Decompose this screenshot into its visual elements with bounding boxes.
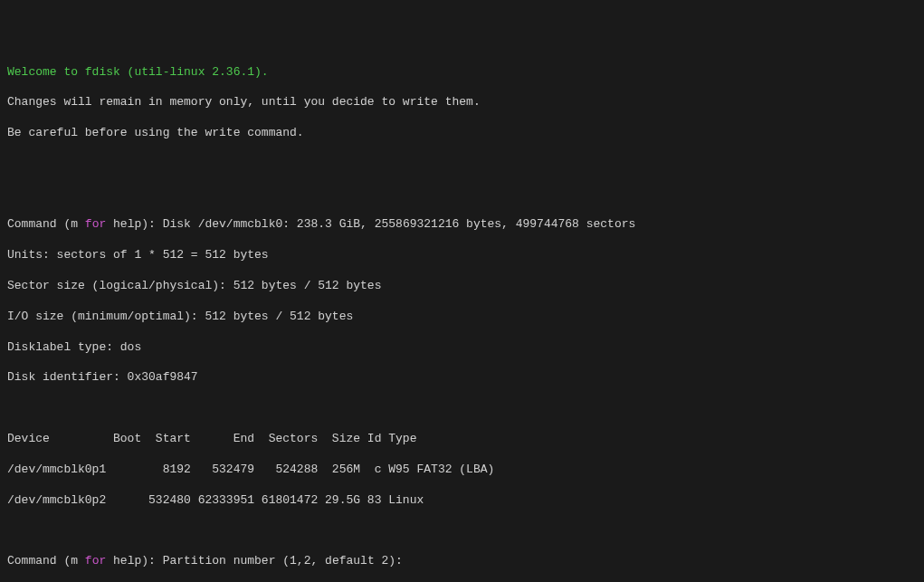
cmd-prefix: Command (m [7, 554, 85, 568]
partition-table-header: Device Boot Start End Sectors Size Id Ty… [7, 432, 917, 447]
cmd-prefix: Command (m [7, 217, 85, 231]
disklabel-line: Disklabel type: dos [7, 340, 917, 356]
command-line-1: Command (m for help): Disk /dev/mmcblk0:… [7, 217, 917, 233]
blank [7, 401, 917, 416]
blank [7, 187, 917, 203]
blank [7, 157, 917, 172]
units-line: Units: sectors of 1 * 512 = 512 bytes [7, 248, 917, 263]
warning-line-2: Be careful before using the write comman… [7, 126, 917, 141]
sector-size-line: Sector size (logical/physical): 512 byte… [7, 279, 917, 294]
partition-row-2: /dev/mmcblk0p2 532480 62333951 61801472 … [7, 493, 917, 509]
for-keyword: for [85, 554, 106, 568]
cmd-suffix: help): Disk /dev/mmcblk0: 238.3 GiB, 255… [106, 217, 635, 231]
blank [7, 523, 917, 539]
command-line-2: Command (m for help): Partition number (… [7, 554, 917, 569]
io-size-line: I/O size (minimum/optimal): 512 bytes / … [7, 310, 917, 325]
diskid-line: Disk identifier: 0x30af9847 [7, 370, 917, 386]
for-keyword: for [85, 217, 106, 231]
partition-row-1: /dev/mmcblk0p1 8192 532479 524288 256M c… [7, 463, 917, 478]
cmd-suffix: help): Partition number (1,2, default 2)… [106, 554, 409, 568]
welcome-line: Welcome to fdisk (util-linux 2.36.1). [7, 65, 917, 81]
warning-line-1: Changes will remain in memory only, unti… [7, 95, 917, 110]
